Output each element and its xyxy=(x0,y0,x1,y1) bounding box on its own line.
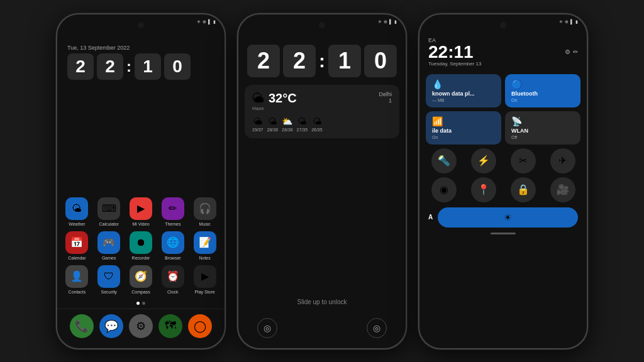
qs-location[interactable]: 📍 xyxy=(471,177,496,202)
lock-camera-icon[interactable]: ◎ xyxy=(257,318,277,338)
wifi-icon-1: ⊕ xyxy=(203,19,206,25)
wlan-tile-icon: 📡 xyxy=(511,116,574,126)
qs-screencast[interactable]: 🎥 xyxy=(550,177,575,202)
app-label-notes: Notes xyxy=(199,256,210,260)
page-dot-1 xyxy=(136,302,140,305)
bluetooth-tile-icon: 🔵 xyxy=(511,79,574,89)
app-games[interactable]: 🎮 Games xyxy=(96,231,123,260)
app-label-playstore: Play Store xyxy=(194,290,214,294)
status-bar-3: ✳ ⊕ ▌ ▮ xyxy=(559,19,578,25)
dock-orange[interactable]: ◯ xyxy=(188,314,212,338)
qs-screen-record[interactable]: ✂ xyxy=(511,148,536,173)
app-mivideo[interactable]: ▶ Mi Video xyxy=(128,197,155,226)
forecast-5: 🌤 26/35 xyxy=(311,116,323,132)
camera-dot-2 xyxy=(319,22,325,28)
dock-settings[interactable]: ⚙ xyxy=(129,314,153,338)
weather-temp: 32°C xyxy=(269,91,297,106)
app-icon-music: 🎧 xyxy=(194,197,216,220)
dock-phone[interactable]: 📞 xyxy=(70,314,94,338)
battery-icon-1: ▮ xyxy=(213,19,216,25)
weather-left: 🌥 32°C Haze xyxy=(252,91,297,111)
bluetooth-icon-3: ✳ xyxy=(559,19,563,25)
app-label-clock: Clock xyxy=(167,290,179,294)
app-calculator[interactable]: ⌨ Calculator xyxy=(96,197,123,226)
wlan-tile-label: WLAN xyxy=(511,128,574,134)
qs-tile-wlan[interactable]: 📡 WLAN Off xyxy=(505,111,580,145)
app-contacts[interactable]: 👤 Contacts xyxy=(64,265,91,294)
edit-icon-qs[interactable]: ✏ xyxy=(573,48,578,55)
app-icon-calculator: ⌨ xyxy=(97,197,120,220)
qs-tile-bluetooth[interactable]: 🔵 Bluetooth On xyxy=(505,74,580,107)
battery-icon-2: ▮ xyxy=(394,19,397,25)
qs-flashlight[interactable]: 🔦 xyxy=(431,148,457,173)
page-dot-2 xyxy=(142,302,145,305)
forecast-2: 🌤 28/36 xyxy=(267,116,279,132)
app-compass[interactable]: 🧭 Compass xyxy=(128,265,155,294)
app-label-contacts: Contacts xyxy=(69,290,86,294)
app-recorder[interactable]: ⏺ Recorder xyxy=(128,231,155,260)
bottom-dock: 📞 💬 ⚙ 🗺 ◯ xyxy=(57,309,225,348)
app-music[interactable]: 🎧 Music xyxy=(191,197,218,226)
signal-icon-2: ▌ xyxy=(389,19,392,24)
app-icon-browser: 🌐 xyxy=(162,231,184,254)
lock-fingerprint-icon[interactable]: ◎ xyxy=(367,318,387,338)
forecast-4: 🌤 27/35 xyxy=(297,116,308,132)
dock-messages[interactable]: 💬 xyxy=(99,314,123,338)
time-digit-1: 2 xyxy=(67,53,94,80)
app-clock[interactable]: ⏰ Clock xyxy=(159,265,186,294)
app-security[interactable]: 🛡 Security xyxy=(96,265,123,294)
app-playstore[interactable]: ▶ Play Store xyxy=(191,265,218,294)
data-tile-label: known data pl... xyxy=(432,90,495,97)
brightness-bar[interactable]: ☀ xyxy=(438,207,578,228)
time-display-1: 2 2 : 1 0 xyxy=(67,53,214,80)
app-icon-notes: 📝 xyxy=(194,231,216,254)
qs-small-tiles-row2: ◉ 📍 🔒 🎥 xyxy=(426,177,580,202)
qs-tile-mobile-data[interactable]: 📶 ile data On xyxy=(426,111,501,145)
mobile-data-label: ile data xyxy=(432,128,495,134)
dock-maps[interactable]: 🗺 xyxy=(158,314,182,338)
qs-nfc[interactable]: ⚡ xyxy=(471,148,496,173)
qs-airplane[interactable]: ✈ xyxy=(550,148,575,173)
app-label-browser: Browser xyxy=(165,256,181,260)
mobile-data-icon: 📶 xyxy=(432,116,495,126)
app-notes[interactable]: 📝 Notes xyxy=(191,231,218,260)
settings-icon-qs[interactable]: ⚙ xyxy=(565,48,570,55)
lock-digit-4: 0 xyxy=(364,45,397,77)
forecast-icon-5: 🌤 xyxy=(313,116,321,126)
data-tile-icon: 💧 xyxy=(432,79,495,89)
qs-tiles-main: 💧 known data pl... — MB 🔵 Bluetooth On 📶… xyxy=(426,74,580,145)
page-dots xyxy=(57,298,225,309)
status-bar-1: ✳ ⊕ ▌ ▮ xyxy=(197,19,216,25)
bluetooth-tile-sublabel: On xyxy=(511,98,574,102)
phone1-content: Tue, 13 September 2022 2 2 : 1 0 🌤 Weath… xyxy=(57,14,225,348)
weather-top: 🌥 32°C Haze Delhi 1 xyxy=(252,91,392,111)
phone-2-screen: ✳ ⊕ ▌ ▮ 2 2 : 1 0 🌥 xyxy=(238,14,406,348)
qs-lock-rotation[interactable]: 🔒 xyxy=(511,177,536,202)
app-themes[interactable]: ✏ Themes xyxy=(159,197,186,226)
forecast-3: ⛅ 28/36 xyxy=(282,116,293,132)
date-time-widget: Tue, 13 September 2022 2 2 : 1 0 xyxy=(57,45,225,80)
brightness-row: A ☀ xyxy=(426,207,580,228)
qs-header-icons: ⚙ ✏ xyxy=(565,48,578,55)
app-icon-compass: 🧭 xyxy=(130,265,152,288)
app-calendar[interactable]: 📅 Calendar xyxy=(64,231,91,260)
weather-city: Delhi xyxy=(379,91,392,97)
app-browser[interactable]: 🌐 Browser xyxy=(159,231,186,260)
qs-tile-data[interactable]: 💧 known data pl... — MB xyxy=(426,74,501,107)
forecast-temp-4: 27/35 xyxy=(297,128,308,132)
app-label-mivideo: Mi Video xyxy=(132,222,149,226)
slide-unlock-text[interactable]: Slide up to unlock xyxy=(297,299,347,318)
qs-dnd[interactable]: ◉ xyxy=(431,177,457,202)
app-weather[interactable]: 🌤 Weather xyxy=(64,197,91,226)
lock-digit-2: 2 xyxy=(283,45,316,77)
app-label-weather: Weather xyxy=(69,222,85,226)
lock-digit-1: 2 xyxy=(247,45,280,77)
time-digit-2: 2 xyxy=(97,53,123,80)
weather-cloud-icon: 🌥 xyxy=(252,91,265,106)
qs-left: EA 22:11 Tuesday, September 13 xyxy=(428,37,482,67)
phone2-content: 2 2 : 1 0 🌥 32°C Haze xyxy=(238,14,406,348)
app-label-themes: Themes xyxy=(165,222,180,226)
app-label-recorder: Recorder xyxy=(132,256,150,260)
forecast-icon-3: ⛅ xyxy=(282,116,292,126)
app-label-calculator: Calculator xyxy=(99,222,119,226)
